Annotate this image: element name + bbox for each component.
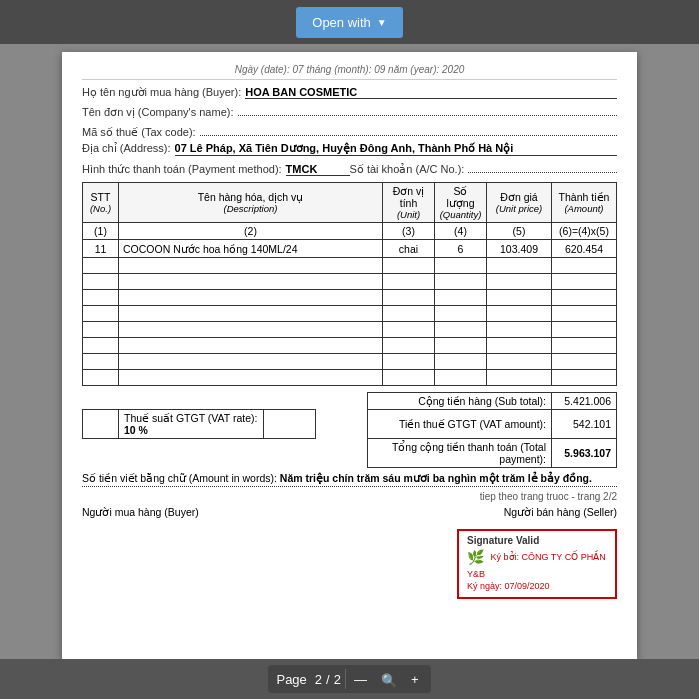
col-unit-header: Đơn vị tính(Unit): [383, 183, 435, 223]
buyer-info-section: Họ tên người mua hàng (Buyer): HOA BAN C…: [82, 86, 617, 176]
dropdown-arrow-icon: ▼: [377, 17, 387, 28]
page-label: Page: [276, 672, 306, 687]
table-row: [83, 322, 617, 338]
address-value: 07 Lê Pháp, Xã Tiên Dương, Huyện Đông An…: [175, 142, 617, 156]
subh-6: (6)=(4)x(5): [552, 223, 617, 240]
open-with-label: Open with: [312, 15, 371, 30]
payment-label: Hình thức thanh toán (Payment method):: [82, 163, 282, 176]
buyer-name: HOA BAN COSMETIC: [245, 86, 617, 99]
table-row: 11COCOON Nước hoa hồng 140ML/24chai6103.…: [83, 240, 617, 258]
document-wrapper: Ngày (date): 07 tháng (month): 09 năm (y…: [0, 44, 699, 659]
col-no-header: STT(No.): [83, 183, 119, 223]
buyer-sig-label: Người mua hàng (Buyer): [82, 506, 199, 518]
subtotal-value: 5.421.006: [552, 393, 617, 410]
plus-icon: +: [411, 672, 419, 687]
tax-label: Mã số thuế (Tax code):: [82, 126, 196, 139]
table-subheader-row: (1) (2) (3) (4) (5) (6)=(4)x(5): [83, 223, 617, 240]
sig-date: Ký ngày: 07/09/2020: [467, 581, 550, 591]
subh-5: (5): [487, 223, 552, 240]
account-value: [468, 159, 617, 173]
company-label: Tên đơn vị (Company's name):: [82, 106, 234, 119]
sig-body: 🌿 Ký bởi: CÔNG TY CỐ PHẦN Y&B Ký ngày: 0…: [467, 548, 607, 593]
viewer-container: Open with ▼ Ngày (date): 07 tháng (month…: [0, 0, 699, 699]
totals-table: Cộng tiền hàng (Sub total): 5.421.006 Th…: [82, 392, 617, 468]
buyer-label: Họ tên người mua hàng (Buyer):: [82, 86, 241, 99]
vat-row: Thuế suất GTGT (VAT rate): 10 % Tiền thu…: [83, 410, 617, 439]
sig-valid-text: Signature Valid: [467, 535, 607, 546]
table-row: [83, 274, 617, 290]
total-row: Tổng cộng tiền thanh toán (Total payment…: [83, 439, 617, 468]
total-value: 5.963.107: [552, 439, 617, 468]
payment-value: TMCK: [286, 163, 350, 176]
zoom-in-button[interactable]: +: [407, 671, 423, 687]
zoom-icon-button[interactable]: 🔍: [375, 670, 403, 688]
leaf-icon: 🌿: [467, 548, 484, 568]
table-row: [83, 338, 617, 354]
signatures: Người mua hàng (Buyer) Người bán hàng (S…: [82, 506, 617, 518]
subtotal-row: Cộng tiền hàng (Sub total): 5.421.006: [83, 393, 617, 410]
vat-amount-label: Tiền thuế GTGT (VAT amount):: [368, 410, 552, 439]
account-label: Số tài khoản (A/C No.):: [350, 163, 465, 176]
table-body: 11COCOON Nước hoa hồng 140ML/24chai6103.…: [83, 240, 617, 386]
subh-4: (4): [435, 223, 487, 240]
address-row: Địa chỉ (Address): 07 Lê Pháp, Xã Tiên D…: [82, 142, 617, 156]
tax-row: Mã số thuế (Tax code):: [82, 122, 617, 139]
table-row: [83, 290, 617, 306]
col-qty-header: Số lượng(Quantity): [435, 183, 487, 223]
doc-header-partial: Ngày (date): 07 tháng (month): 09 năm (y…: [82, 64, 617, 80]
bottom-bar: Page 2 / 2 — 🔍 +: [0, 659, 699, 699]
seller-sig-label: Người bán hàng (Seller): [504, 506, 617, 518]
total-label: Tổng cộng tiền thanh toán (Total payment…: [368, 439, 552, 468]
subh-3: (3): [383, 223, 435, 240]
tax-value: [200, 122, 617, 136]
address-label: Địa chỉ (Address):: [82, 142, 171, 155]
col-amount-header: Thành tiền(Amount): [552, 183, 617, 223]
table-header-row: STT(No.) Tên hàng hóa, dịch vụ(Descripti…: [83, 183, 617, 223]
company-value: [238, 102, 618, 116]
words-value: Năm triệu chín trăm sáu mươi ba nghìn mộ…: [280, 472, 592, 484]
page-note: tiep theo trang truoc - trang 2/2: [82, 491, 617, 502]
payment-left: Hình thức thanh toán (Payment method): T…: [82, 163, 350, 176]
current-page: 2: [315, 672, 322, 687]
signature-stamp: Signature Valid 🌿 Ký bởi: CÔNG TY CỐ PHẦ…: [457, 529, 617, 599]
vat-rate-value: 10 %: [124, 424, 148, 436]
table-row: [83, 354, 617, 370]
vat-rate-label: Thuế suất GTGT (VAT rate):: [124, 412, 257, 424]
vat-amount-value: 542.101: [552, 410, 617, 439]
words-label: Số tiền viết bằng chữ (Amount in words):: [82, 472, 277, 484]
subh-1: (1): [83, 223, 119, 240]
zoom-icon: 🔍: [381, 673, 397, 688]
col-desc-header: Tên hàng hóa, dịch vụ(Description): [119, 183, 383, 223]
page-separator: /: [326, 672, 330, 687]
subtotal-label: Cộng tiền hàng (Sub total):: [368, 393, 552, 410]
minus-icon: —: [354, 672, 367, 687]
payment-right: Số tài khoản (A/C No.):: [350, 159, 618, 176]
page-separator-divider: [345, 669, 346, 689]
document: Ngày (date): 07 tháng (month): 09 năm (y…: [62, 52, 637, 659]
page-control: Page 2 / 2 — 🔍 +: [268, 665, 430, 693]
amount-words: Số tiền viết bằng chữ (Amount in words):…: [82, 472, 617, 487]
table-row: [83, 258, 617, 274]
subh-2: (2): [119, 223, 383, 240]
zoom-out-button[interactable]: —: [350, 671, 371, 687]
invoice-table: STT(No.) Tên hàng hóa, dịch vụ(Descripti…: [82, 182, 617, 386]
table-row: [83, 370, 617, 386]
table-row: [83, 306, 617, 322]
payment-row: Hình thức thanh toán (Payment method): T…: [82, 159, 617, 176]
total-pages: 2: [334, 672, 341, 687]
toolbar: Open with ▼: [0, 0, 699, 44]
open-with-button[interactable]: Open with ▼: [296, 7, 402, 38]
sig-company: Ký bởi: CÔNG TY CỐ PHẦN Y&B: [467, 552, 606, 578]
buyer-row: Họ tên người mua hàng (Buyer): HOA BAN C…: [82, 86, 617, 99]
company-row: Tên đơn vị (Company's name):: [82, 102, 617, 119]
col-price-header: Đơn giá(Unit price): [487, 183, 552, 223]
